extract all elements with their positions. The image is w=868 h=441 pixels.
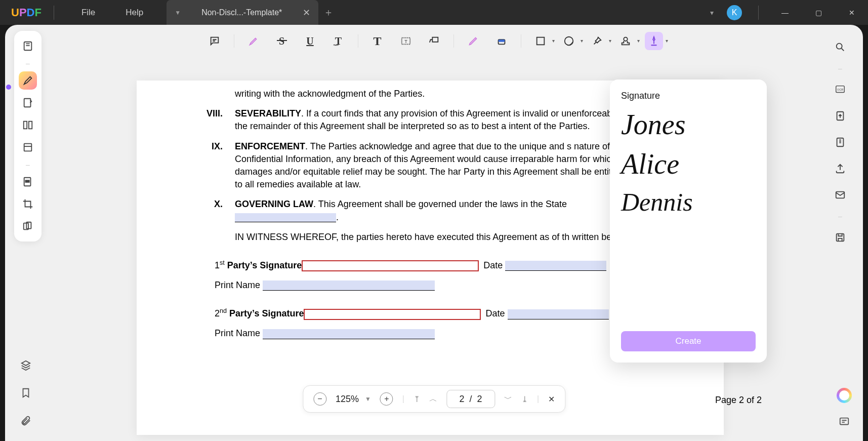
menu-file[interactable]: File — [66, 8, 110, 18]
close-bar-icon[interactable]: ✕ — [548, 394, 555, 404]
callout-icon[interactable] — [425, 32, 443, 50]
separator — [758, 6, 759, 20]
svg-rect-14 — [536, 37, 544, 45]
tab-document[interactable]: ▼ Non-Discl...-Template* ✕ — [167, 0, 318, 25]
signature-option[interactable]: Jones — [621, 110, 756, 139]
textbox-icon[interactable]: T — [397, 32, 415, 50]
separator — [521, 34, 521, 48]
separator: | — [402, 394, 404, 404]
chevron-down-icon[interactable]: ▾ — [710, 9, 714, 17]
signature-tool-icon[interactable] — [645, 32, 663, 50]
minimize-button[interactable]: — — [775, 9, 795, 17]
share-icon[interactable] — [831, 159, 849, 178]
close-window-button[interactable]: ✕ — [842, 9, 862, 17]
sticker-icon[interactable] — [560, 32, 578, 50]
next-page-icon[interactable]: ﹀ — [504, 394, 512, 405]
party1-date-field[interactable] — [505, 261, 606, 271]
ocr-icon[interactable]: OCR — [831, 81, 849, 99]
svg-rect-1 — [24, 99, 31, 107]
zoom-in-button[interactable]: + — [380, 392, 393, 406]
email-icon[interactable] — [831, 186, 849, 204]
crop-mode-icon[interactable] — [19, 195, 37, 213]
redact-mode-icon[interactable] — [19, 173, 37, 191]
prev-page-icon[interactable]: ︿ — [429, 394, 437, 405]
last-page-icon[interactable]: ⤓ — [521, 394, 528, 404]
svg-rect-23 — [837, 234, 844, 242]
organize-mode-icon[interactable] — [19, 116, 37, 134]
party1-signature-field[interactable] — [302, 260, 479, 271]
zoom-out-button[interactable]: − — [313, 392, 326, 406]
signature-option[interactable]: Alice — [621, 150, 756, 178]
highlighter-icon[interactable] — [244, 32, 263, 50]
pin-icon[interactable] — [588, 32, 606, 50]
convert-icon[interactable] — [831, 107, 849, 125]
reader-mode-icon[interactable] — [19, 37, 37, 55]
party2-name-field[interactable] — [263, 329, 435, 339]
compare-mode-icon[interactable] — [19, 217, 37, 235]
section-number: X. — [197, 198, 223, 223]
underline-icon[interactable]: U — [301, 32, 319, 50]
pencil-icon[interactable] — [464, 32, 482, 50]
layers-icon[interactable] — [20, 359, 31, 373]
view-control-bar: − 125% ▼ + | ⤒ ︿ ﹀ ⤓ | ✕ — [303, 385, 565, 413]
svg-rect-11 — [432, 37, 438, 42]
right-rail-bottom — [837, 388, 852, 430]
left-tool-rail: – – — [14, 31, 42, 242]
edit-mode-icon[interactable] — [19, 94, 37, 112]
page-number-input[interactable] — [446, 390, 495, 408]
ai-assistant-icon[interactable] — [837, 388, 852, 403]
maximize-button[interactable]: ▢ — [808, 9, 829, 17]
bookmark-icon[interactable] — [20, 387, 31, 401]
signature-option[interactable]: Dennis — [621, 189, 756, 215]
new-tab-button[interactable]: ＋ — [318, 0, 339, 25]
form-mode-icon[interactable] — [19, 138, 37, 156]
eraser-icon[interactable] — [492, 32, 511, 50]
stamp-icon[interactable] — [616, 32, 635, 50]
annotation-toolbar: S U T〰 T T — [205, 32, 663, 50]
party2-name-row: Print Name — [215, 327, 633, 340]
text-tool-icon[interactable]: T — [368, 32, 387, 50]
signature-panel: Signature Jones Alice Dennis Create — [610, 79, 767, 363]
user-avatar[interactable]: K — [727, 5, 742, 20]
period: . — [336, 212, 339, 222]
shape-tool-icon[interactable] — [531, 32, 550, 50]
tab-dropdown-icon[interactable]: ▼ — [175, 9, 181, 16]
workspace: – – S U T〰 T T — [0, 25, 868, 441]
party1-name-field[interactable] — [263, 280, 435, 291]
section-ix: IX. ENFORCEMENT. The Parties acknowledge… — [197, 140, 633, 191]
svg-point-17 — [837, 44, 842, 49]
zoom-dropdown-icon[interactable]: ▼ — [365, 395, 371, 403]
party2-signature-field[interactable] — [304, 309, 481, 320]
section-number: IX. — [197, 140, 223, 191]
state-fill-field[interactable] — [235, 213, 336, 222]
menu-help[interactable]: Help — [110, 8, 158, 18]
create-signature-button[interactable]: Create — [621, 331, 756, 351]
app-logo: UPDF — [11, 6, 42, 19]
squiggly-icon[interactable]: T〰 — [329, 32, 348, 50]
comments-panel-icon[interactable] — [839, 416, 850, 430]
separator: – — [26, 59, 30, 67]
active-mode-indicator — [6, 85, 11, 90]
section-body: . This Agreement shall be governed under… — [313, 199, 567, 209]
separator — [234, 34, 234, 48]
search-icon[interactable] — [831, 38, 849, 56]
title-bar-right: ▾ K — ▢ ✕ — [710, 5, 868, 20]
comment-mode-icon[interactable] — [19, 71, 37, 90]
save-icon[interactable] — [831, 228, 849, 247]
witness-text: IN WITNESS WHEREOF, the parties hereto h… — [235, 231, 633, 244]
separator — [54, 6, 54, 20]
date-label: Date — [483, 260, 503, 270]
svg-rect-13 — [498, 39, 505, 42]
date-label: Date — [485, 308, 505, 318]
attachment-icon[interactable] — [20, 415, 31, 429]
section-viii: VIII. SEVERABILITY. If a court finds tha… — [197, 107, 633, 133]
sticky-note-icon[interactable] — [205, 32, 224, 50]
svg-rect-24 — [840, 418, 849, 425]
first-page-icon[interactable]: ⤒ — [414, 394, 420, 404]
body-text: writing with the acknowledgment of the P… — [235, 88, 633, 100]
compress-icon[interactable] — [831, 133, 849, 151]
close-icon[interactable]: ✕ — [303, 7, 310, 18]
party2-date-field[interactable] — [508, 309, 609, 319]
strikethrough-icon[interactable]: S — [273, 32, 291, 50]
page-counter: Page 2 of 2 — [715, 395, 762, 406]
